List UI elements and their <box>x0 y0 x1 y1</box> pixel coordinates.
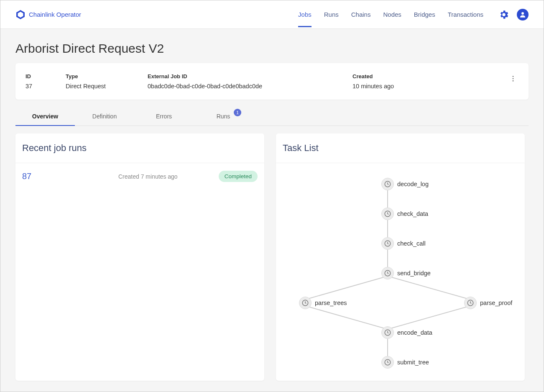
info-type-label: Type <box>66 73 148 79</box>
task-node-check-data[interactable]: check_data <box>381 208 428 220</box>
page-title: Arborist Direct Request V2 <box>15 41 529 56</box>
nav-nodes[interactable]: Nodes <box>383 2 401 27</box>
info-id-label: ID <box>26 73 66 79</box>
clock-icon <box>381 237 394 250</box>
svg-line-10 <box>388 306 470 329</box>
clock-icon <box>381 356 394 369</box>
run-row[interactable]: 87 Created 7 minutes ago Completed <box>15 163 264 190</box>
info-type-value: Direct Request <box>66 83 148 90</box>
task-label: check_data <box>397 210 428 217</box>
nav-transactions[interactable]: Transactions <box>448 2 483 27</box>
svg-point-0 <box>521 12 524 15</box>
tab-runs-label: Runs <box>217 113 230 120</box>
clock-icon <box>381 326 394 339</box>
header: Chainlink Operator Jobs Runs Chains Node… <box>0 0 544 29</box>
info-created-value: 10 minutes ago <box>352 83 508 90</box>
nav-chains[interactable]: Chains <box>351 2 371 27</box>
clock-icon <box>381 178 394 190</box>
nav-runs[interactable]: Runs <box>324 2 339 27</box>
clock-icon <box>381 208 394 220</box>
task-label: encode_data <box>397 329 432 336</box>
svg-point-3 <box>513 80 514 82</box>
run-created: Created 7 minutes ago <box>118 173 219 180</box>
tab-overview[interactable]: Overview <box>15 107 75 126</box>
clock-icon <box>381 267 394 279</box>
hexagon-icon <box>15 10 26 20</box>
brand-name: Chainlink Operator <box>29 11 81 18</box>
panels: Recent job runs 87 Created 7 minutes ago… <box>15 133 529 381</box>
recent-runs-panel: Recent job runs 87 Created 7 minutes ago… <box>15 133 264 381</box>
task-label: check_call <box>397 240 426 247</box>
tab-errors[interactable]: Errors <box>134 107 194 126</box>
tab-runs-badge: 1 <box>234 109 241 116</box>
svg-point-2 <box>513 78 514 79</box>
run-id: 87 <box>22 172 118 181</box>
job-tabs: Overview Definition Errors Runs 1 <box>15 107 529 126</box>
task-node-check-call[interactable]: check_call <box>381 237 426 250</box>
info-ext-value: 0badc0de-0bad-c0de-0bad-c0de0badc0de <box>148 83 352 90</box>
svg-line-8 <box>388 276 470 300</box>
info-id-value: 37 <box>26 83 66 90</box>
svg-line-9 <box>305 306 388 329</box>
info-ext-label: External Job ID <box>148 73 352 79</box>
info-created-label: Created <box>352 73 508 79</box>
task-node-parse-proof[interactable]: parse_proof <box>464 297 512 309</box>
account-icon[interactable] <box>517 9 529 20</box>
clock-icon <box>299 297 312 309</box>
task-label: parse_proof <box>480 300 512 306</box>
task-label: submit_tree <box>397 359 429 366</box>
task-list-title: Task List <box>276 133 525 163</box>
clock-icon <box>464 297 477 309</box>
svg-line-7 <box>305 276 388 300</box>
task-node-submit-tree[interactable]: submit_tree <box>381 356 429 369</box>
task-list-panel: Task List decode_log <box>276 133 525 381</box>
main-nav: Jobs Runs Chains Nodes Bridges Transacti… <box>298 2 483 27</box>
task-label: send_bridge <box>397 270 431 277</box>
task-graph: decode_log check_data check_call <box>276 163 525 381</box>
task-node-encode-data[interactable]: encode_data <box>381 326 432 339</box>
task-node-parse-trees[interactable]: parse_trees <box>299 297 347 309</box>
nav-bridges[interactable]: Bridges <box>414 2 435 27</box>
task-node-send-bridge[interactable]: send_bridge <box>381 267 431 279</box>
more-button[interactable] <box>508 73 518 86</box>
job-info-card: ID 37 Type Direct Request External Job I… <box>15 63 529 100</box>
brand-logo[interactable]: Chainlink Operator <box>15 10 81 20</box>
nav-jobs[interactable]: Jobs <box>298 2 312 27</box>
task-node-decode-log[interactable]: decode_log <box>381 178 429 190</box>
status-badge: Completed <box>219 171 258 182</box>
svg-point-1 <box>513 76 514 77</box>
task-label: parse_trees <box>315 300 347 306</box>
gear-icon[interactable] <box>498 9 509 20</box>
tab-runs[interactable]: Runs 1 <box>194 107 253 126</box>
recent-runs-title: Recent job runs <box>15 133 264 163</box>
content: Arborist Direct Request V2 ID 37 Type Di… <box>0 29 544 392</box>
task-label: decode_log <box>397 181 429 187</box>
tab-definition[interactable]: Definition <box>75 107 134 126</box>
header-actions <box>498 9 529 20</box>
